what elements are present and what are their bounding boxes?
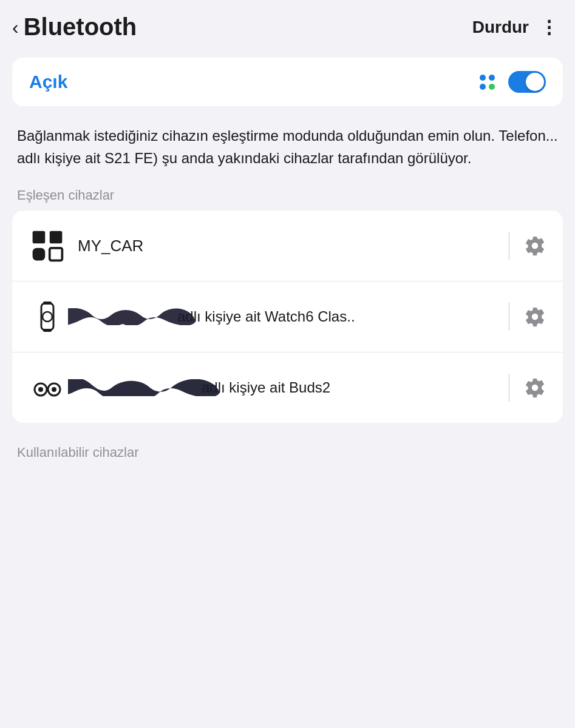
more-options-button[interactable]: ⋮: [540, 18, 558, 36]
toggle-right: [480, 71, 546, 93]
device-row-watch: adlı kişiye ait Watch6 Clas..: [12, 281, 563, 352]
dots-icon: [480, 75, 495, 90]
bluetooth-toggle[interactable]: [508, 71, 546, 93]
paired-devices-card: MY_CAR adlı kişiye ait W: [12, 211, 563, 423]
buds-settings-button[interactable]: [522, 374, 548, 401]
dot-blue-bottom-left: [480, 84, 486, 90]
header: ‹ Bluetooth Durdur ⋮: [0, 0, 575, 52]
svg-rect-2: [33, 248, 46, 261]
gear-icon: [524, 377, 546, 399]
watch-icon-wrap: [27, 296, 68, 337]
svg-rect-1: [50, 231, 63, 244]
back-button[interactable]: ‹: [12, 18, 19, 37]
bluetooth-status-label: Açık: [29, 72, 67, 92]
separator: [509, 374, 509, 402]
header-left: ‹ Bluetooth: [12, 13, 137, 41]
dot-blue-top-right: [489, 75, 495, 81]
gear-icon: [524, 306, 546, 328]
buds-icon: [31, 371, 64, 404]
toggle-knob: [526, 73, 544, 91]
svg-point-11: [52, 387, 56, 392]
buds-row-content: adlı kişiye ait Buds2: [68, 379, 497, 396]
device-row-buds: adlı kişiye ait Buds2: [12, 352, 563, 423]
page-title: Bluetooth: [24, 13, 137, 41]
gear-icon: [524, 235, 546, 257]
buds-icon-wrap: [27, 367, 68, 408]
watch-settings-button[interactable]: [522, 303, 548, 330]
device-row-mycar: MY_CAR: [12, 211, 563, 281]
svg-point-9: [38, 387, 43, 392]
paired-section-label: Eşleşen cihazlar: [0, 184, 575, 211]
watch-row-content: adlı kişiye ait Watch6 Clas..: [68, 308, 497, 325]
svg-rect-6: [43, 329, 52, 332]
stop-button[interactable]: Durdur: [472, 18, 529, 37]
buds-name: adlı kişiye ait Buds2: [68, 379, 497, 396]
mycar-name: MY_CAR: [68, 237, 497, 255]
svg-point-7: [43, 312, 52, 322]
mycar-settings-button[interactable]: [522, 232, 548, 259]
separator: [509, 303, 509, 331]
car-icon: [29, 228, 66, 264]
watch-name: adlı kişiye ait Watch6 Clas..: [68, 308, 497, 325]
bluetooth-toggle-card: Açık: [12, 58, 563, 106]
svg-rect-5: [43, 302, 52, 305]
car-icon-wrap: [27, 225, 68, 266]
svg-rect-0: [33, 231, 46, 244]
available-section-label: Kullanılabilir cihazlar: [0, 435, 575, 465]
svg-rect-3: [50, 248, 63, 261]
watch-icon: [31, 300, 64, 333]
mycar-row-content: MY_CAR: [68, 237, 497, 255]
description-text: Bağlanmak istediğiniz cihazın eşleştirme…: [0, 118, 575, 184]
dot-green-bottom-right: [489, 84, 495, 90]
header-right: Durdur ⋮: [472, 18, 558, 37]
dot-blue-top: [480, 75, 486, 81]
separator: [509, 232, 509, 260]
